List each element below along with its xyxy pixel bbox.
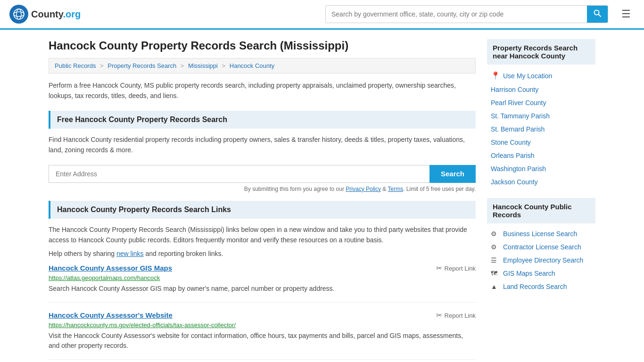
breadcrumb-property-records-search[interactable]: Property Records Search xyxy=(107,62,176,69)
logo-icon xyxy=(9,5,28,24)
hamburger-menu-icon[interactable]: ☰ xyxy=(618,6,635,22)
report-icon-2: ✂ xyxy=(436,311,442,320)
sidebar-item-pearl-river-county[interactable]: Pearl River County xyxy=(487,96,595,109)
address-search-button[interactable]: Search xyxy=(429,165,476,183)
link-entry-header-1: Hancock County Assessor GIS Maps ✂ Repor… xyxy=(49,264,476,272)
report-label-2: Report Link xyxy=(445,312,476,319)
sidebar-item-land-records[interactable]: ▲ Land Records Search xyxy=(487,280,595,293)
jackson-county-link[interactable]: Jackson County xyxy=(491,178,538,186)
link-url-2[interactable]: https://hancockcounty.ms.gov/elected-off… xyxy=(49,321,476,329)
new-links-link[interactable]: new links xyxy=(116,250,144,257)
washington-parish-link[interactable]: Washington Parish xyxy=(491,165,546,173)
share-prefix: Help others by sharing xyxy=(49,250,115,257)
contractor-license-icon: ⚙ xyxy=(491,243,499,251)
links-section-heading: Hancock County Property Records Search L… xyxy=(49,201,476,219)
sidebar-public-records-title: Hancock County Public Records xyxy=(487,198,595,223)
share-suffix: and reporting broken links. xyxy=(145,250,223,257)
st-bernard-parish-link[interactable]: St. Bernard Parish xyxy=(491,125,545,133)
breadcrumb-sep-2: > xyxy=(181,62,186,69)
gis-maps-icon: 🗺 xyxy=(491,270,499,277)
sidebar-item-stone-county[interactable]: Stone County xyxy=(487,136,595,149)
global-search-button[interactable] xyxy=(587,6,608,23)
sidebar-item-jackson-county[interactable]: Jackson County xyxy=(487,175,595,189)
svg-point-0 xyxy=(13,8,25,20)
page-description: Perform a free Hancock County, MS public… xyxy=(49,80,476,101)
breadcrumb-sep-1: > xyxy=(100,62,105,69)
harrison-county-link[interactable]: Harrison County xyxy=(491,86,538,93)
orleans-parish-link[interactable]: Orleans Parish xyxy=(491,152,535,159)
gis-maps-link[interactable]: GIS Maps Search xyxy=(503,270,555,277)
logo-accent: .org xyxy=(63,9,81,19)
link-url-1[interactable]: https://atlas.geoportalmaps.com/hancock xyxy=(49,274,476,281)
address-search-row: Search xyxy=(49,165,476,183)
report-link-2[interactable]: ✂ Report Link xyxy=(436,311,476,320)
pearl-river-county-link[interactable]: Pearl River County xyxy=(491,99,546,107)
free-search-description: Find Hancock County residential property… xyxy=(49,134,476,156)
breadcrumb-public-records[interactable]: Public Records xyxy=(55,62,96,69)
contractor-license-link[interactable]: Contractor License Search xyxy=(503,243,581,251)
land-records-link[interactable]: Land Records Search xyxy=(503,283,567,290)
use-my-location-link[interactable]: Use My Location xyxy=(503,72,552,80)
link-title-2[interactable]: Hancock County Assessor's Website xyxy=(49,311,173,319)
report-label-1: Report Link xyxy=(445,265,476,272)
link-entry-assessor-website: Hancock County Assessor's Website ✂ Repo… xyxy=(49,311,476,360)
limit-text: Limit of 5 free uses per day. xyxy=(406,186,476,192)
sidebar-item-gis-maps[interactable]: 🗺 GIS Maps Search xyxy=(487,267,595,280)
sidebar-public-records-section: Hancock County Public Records ⚙ Business… xyxy=(487,198,595,293)
site-header: County.org ☰ xyxy=(0,0,644,30)
sidebar-item-st-tammany-parish[interactable]: St. Tammany Parish xyxy=(487,109,595,123)
main-content: Hancock County Property Records Search (… xyxy=(49,39,476,362)
sidebar-use-my-location[interactable]: 📍 Use My Location xyxy=(487,68,595,83)
link-title-1[interactable]: Hancock County Assessor GIS Maps xyxy=(49,264,172,272)
report-link-1[interactable]: ✂ Report Link xyxy=(436,264,476,272)
sidebar-item-contractor-license[interactable]: ⚙ Contractor License Search xyxy=(487,240,595,254)
address-input[interactable] xyxy=(49,165,429,183)
sidebar-item-business-license[interactable]: ⚙ Business License Search xyxy=(487,227,595,240)
stone-county-link[interactable]: Stone County xyxy=(491,139,531,146)
address-search-form: Search By submitting this form you agree… xyxy=(49,165,476,192)
location-pin-icon: 📍 xyxy=(491,71,499,80)
sidebar-item-employee-directory[interactable]: ☰ Employee Directory Search xyxy=(487,254,595,267)
disclaimer-prefix: By submitting this form you agree to our xyxy=(244,186,344,192)
sidebar-item-harrison-county[interactable]: Harrison County xyxy=(487,83,595,96)
link-entry-assessor-gis: Hancock County Assessor GIS Maps ✂ Repor… xyxy=(49,264,476,303)
terms-link[interactable]: Terms xyxy=(388,186,403,192)
st-tammany-parish-link[interactable]: St. Tammany Parish xyxy=(491,112,550,120)
sidebar-item-washington-parish[interactable]: Washington Parish xyxy=(487,162,595,175)
link-description-1: Search Hancock County Assessor GIS map b… xyxy=(49,284,476,294)
main-container: Hancock County Property Records Search (… xyxy=(39,30,605,362)
share-text: Help others by sharing new links and rep… xyxy=(49,250,476,257)
sidebar-nearby-section: Property Records Search near Hancock Cou… xyxy=(487,39,595,189)
link-entry-header-2: Hancock County Assessor's Website ✂ Repo… xyxy=(49,311,476,320)
sidebar-item-st-bernard-parish[interactable]: St. Bernard Parish xyxy=(487,123,595,136)
global-search-input[interactable] xyxy=(326,6,587,23)
logo-text: County.org xyxy=(31,9,81,20)
business-license-link[interactable]: Business License Search xyxy=(503,230,577,238)
privacy-policy-link[interactable]: Privacy Policy xyxy=(346,186,381,192)
links-section-description: The Hancock County Property Records Sear… xyxy=(49,224,476,246)
sidebar-item-orleans-parish[interactable]: Orleans Parish xyxy=(487,149,595,162)
breadcrumb-sep-3: > xyxy=(222,62,227,69)
employee-directory-icon: ☰ xyxy=(491,256,499,264)
link-description-2: Visit the Hancock County Assessor's webs… xyxy=(49,331,476,351)
breadcrumb-mississippi[interactable]: Mississippi xyxy=(188,62,218,69)
page-title: Hancock County Property Records Search (… xyxy=(49,39,476,52)
global-search-bar xyxy=(325,5,608,23)
sidebar: Property Records Search near Hancock Cou… xyxy=(487,39,595,362)
breadcrumb-hancock-county[interactable]: Hancock County xyxy=(230,62,274,69)
business-license-icon: ⚙ xyxy=(491,230,499,238)
svg-line-5 xyxy=(599,15,601,17)
breadcrumb: Public Records > Property Records Search… xyxy=(49,58,476,74)
logo-link[interactable]: County.org xyxy=(9,5,81,24)
form-disclaimer: By submitting this form you agree to our… xyxy=(49,186,476,192)
sidebar-nearby-title: Property Records Search near Hancock Cou… xyxy=(487,39,595,65)
report-icon-1: ✂ xyxy=(436,264,442,272)
employee-directory-link[interactable]: Employee Directory Search xyxy=(503,256,583,264)
land-records-icon: ▲ xyxy=(491,283,499,290)
free-search-heading: Free Hancock County Property Records Sea… xyxy=(49,111,476,129)
